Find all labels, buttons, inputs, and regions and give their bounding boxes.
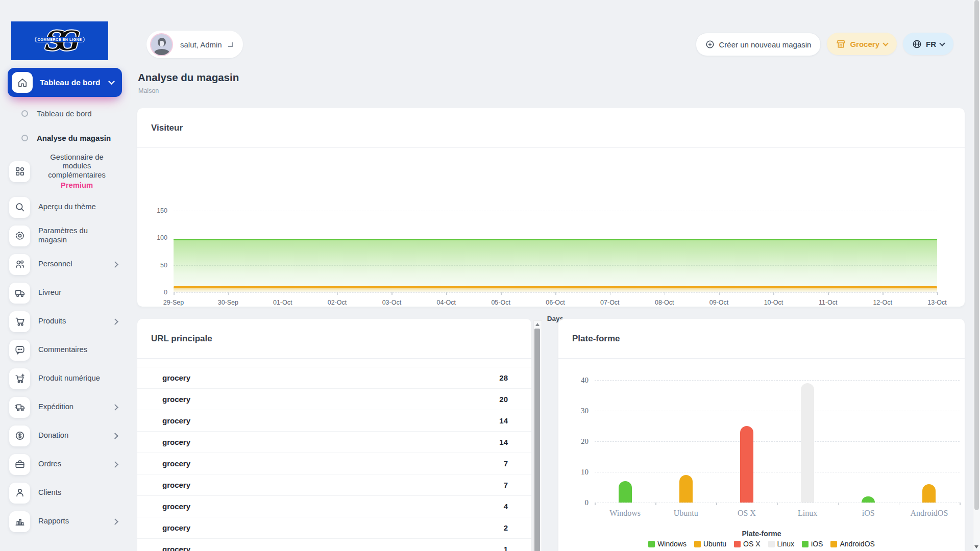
bullet-icon — [21, 110, 28, 117]
sidebar-item-dashboard[interactable]: Tableau de bord — [0, 101, 128, 126]
url-list-scrollbar[interactable] — [533, 320, 542, 551]
store-selector[interactable]: Grocery — [827, 33, 897, 55]
avatar — [150, 33, 173, 56]
x-tick — [610, 292, 611, 295]
sidebar-item-label: Produits — [38, 317, 66, 326]
x-category-label: iOS — [840, 509, 896, 518]
x-tick — [899, 503, 900, 505]
chevron-down-icon — [939, 40, 945, 46]
sidebar-item-staff[interactable]: Personnel — [0, 250, 128, 279]
visitor-card: Visiteur 15010050029-Sep30-Sep01-Oct02-O… — [137, 108, 965, 307]
gear-icon — [9, 226, 30, 246]
main-scrollbar-thumb[interactable] — [974, 0, 979, 510]
legend-item-ios[interactable]: iOS — [802, 540, 823, 548]
sidebar-item-addon-manager[interactable]: Gestionnaire de modules complémentairesP… — [0, 150, 128, 193]
sidebar-item-text: Produits — [38, 317, 66, 325]
x-tick — [773, 292, 774, 295]
legend-row: WindowsUbuntuOS XLinuxiOSAndroidOS — [558, 540, 965, 548]
breadcrumb: Maison — [138, 87, 159, 94]
legend-item-androidos[interactable]: AndroidOS — [830, 540, 874, 548]
grid-icon — [9, 161, 30, 182]
url-count: 1 — [504, 545, 508, 551]
main-scrollbar[interactable] — [973, 0, 980, 551]
x-tick — [446, 292, 447, 295]
chevron-right-icon — [112, 433, 118, 439]
sidebar-item-shipping[interactable]: Expédition — [0, 393, 128, 421]
chevron-right-icon — [112, 261, 118, 268]
chevron-down-icon — [108, 78, 115, 85]
create-store-button[interactable]: Créer un nouveau magasin — [696, 33, 821, 56]
sidebar-item-store-analysis[interactable]: Analyse du magasin — [0, 126, 128, 150]
sidebar-item-label: Tableau de bord — [37, 109, 92, 118]
premium-badge: Premium — [38, 181, 115, 190]
language-label: FR — [926, 40, 936, 48]
x-tick — [228, 292, 229, 295]
sidebar-item-label: Produit numérique — [38, 374, 100, 383]
y-tick-label: 100 — [144, 234, 167, 241]
sidebar-item-delivery-man[interactable]: Livreur — [0, 279, 128, 307]
sidebar-item-reports[interactable]: Rapports — [0, 507, 128, 536]
legend-item-ubuntu[interactable]: Ubuntu — [694, 540, 726, 548]
sidebar-item-orders[interactable]: Ordres — [0, 450, 128, 479]
sidebar-item-label: Livreur — [38, 288, 61, 297]
sidebar-item-label: Donation — [38, 431, 68, 440]
legend-label: OS X — [743, 540, 760, 548]
user-greeting: salut, Admin — [180, 40, 222, 49]
sidebar-item-comments[interactable]: Commentaires — [0, 336, 128, 364]
scroll-down-arrow-icon[interactable] — [974, 545, 978, 548]
sidebar-item-products[interactable]: Produits — [0, 307, 128, 336]
language-selector[interactable]: FR — [903, 33, 953, 55]
sidebar-item-text: Aperçu du thème — [38, 203, 96, 211]
x-tick-label: 07-Oct — [592, 299, 628, 306]
legend-item-windows[interactable]: Windows — [648, 540, 687, 548]
sidebar-item-clients[interactable]: Clients — [0, 479, 128, 507]
legend-item-os-x[interactable]: OS X — [734, 540, 760, 548]
sidebar-item-store-settings[interactable]: Paramètres du magasin — [0, 221, 128, 250]
sidebar-item-dashboard-parent[interactable]: Tableau de bord — [8, 68, 122, 97]
x-tick-label: 01-Oct — [265, 299, 301, 306]
x-tick — [716, 503, 717, 505]
chart-bars-icon — [9, 511, 30, 532]
chevron-right-icon — [112, 461, 118, 468]
gridline — [595, 411, 960, 411]
user-menu[interactable]: salut, Admin — [146, 31, 243, 58]
x-tick — [655, 503, 656, 505]
legend-item-linux[interactable]: Linux — [768, 540, 794, 548]
x-tick — [595, 503, 596, 505]
scroll-up-arrow-icon[interactable] — [535, 323, 540, 326]
create-store-label: Créer un nouveau magasin — [719, 40, 812, 49]
plus-circle-icon — [705, 40, 715, 49]
url-table-row: grocery7 — [137, 474, 531, 495]
url-count: 28 — [499, 373, 508, 382]
x-category-label: OS X — [719, 509, 775, 518]
x-tick-label: 29-Sep — [156, 299, 191, 306]
x-tick-label: 10-Oct — [755, 299, 791, 306]
area-fill-upper-flat-series — [174, 240, 937, 292]
sidebar-item-label: Paramètres du magasin — [38, 227, 117, 245]
url-label: grocery — [162, 481, 190, 489]
url-table-row: grocery28 — [137, 367, 531, 388]
area-line-lower-flat-series — [174, 286, 937, 288]
x-tick — [501, 292, 502, 295]
chevron-right-icon — [112, 318, 118, 325]
sidebar-item-text: Paramètres du magasin — [38, 227, 88, 244]
gridline — [595, 380, 960, 381]
x-tick-label: 11-Oct — [810, 299, 846, 306]
area-fill-lower-flat-series — [174, 287, 937, 292]
gridline — [174, 211, 937, 211]
brand-logo[interactable]: SG COMMERCE EN LIGNE — [11, 21, 108, 60]
sidebar-item-label: Expédition — [38, 403, 74, 412]
url-label: grocery — [162, 459, 190, 468]
sidebar-item-donation[interactable]: Donation — [0, 421, 128, 450]
sidebar-item-digital-product[interactable]: Produit numérique — [0, 364, 128, 393]
cart-icon — [9, 311, 30, 332]
sidebar-item-theme-preview[interactable]: Aperçu du thème — [0, 193, 128, 221]
url-count: 7 — [504, 481, 508, 489]
x-tick — [838, 503, 839, 505]
briefcase-icon — [9, 454, 30, 475]
magnifier-icon — [9, 197, 30, 218]
url-list-scrollbar-thumb[interactable] — [534, 329, 540, 551]
chevron-down-icon — [883, 40, 888, 46]
legend-swatch-icon — [734, 541, 741, 547]
bar-androidos — [922, 484, 936, 503]
